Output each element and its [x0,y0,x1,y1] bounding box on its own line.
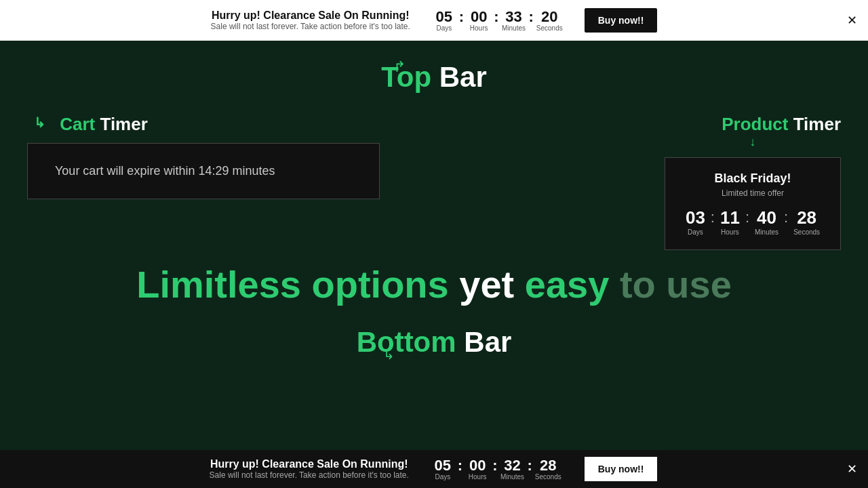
cart-timer-label-green: Cart [60,114,95,134]
slogan-muted: to use [609,263,731,306]
bottom-bar-text: Hurry up! Clearance Sale On Running! Sal… [210,458,409,480]
product-minutes-num: 40 [755,207,778,228]
bottom-bar-arrow-icon: ↳ [383,346,395,363]
top-bar-section-label: ↱ Top Bar [27,61,841,94]
product-sep3: : [784,209,788,226]
product-timer-label-green: Product [722,114,788,134]
slogan-green2: easy [525,263,610,306]
top-bar-seconds-label: Seconds [536,24,563,32]
product-seconds-unit: 28 Seconds [793,207,820,236]
main-content: ↱ Top Bar ↳ Cart Timer Your cart will ex… [0,41,868,450]
product-days-unit: 03 Days [686,207,705,236]
bottom-bar-section-label: ↳ Bottom Bar [27,326,841,359]
top-bar-text: Hurry up! Clearance Sale On Running! Sal… [211,9,410,31]
product-sep1: : [711,209,715,226]
top-bar-title: Hurry up! Clearance Sale On Running! [211,9,410,22]
slogan-green1: Limitless options [136,263,449,306]
bottom-bar-hours-num: 00 [465,458,490,473]
bottom-bar-minutes-num: 32 [500,458,524,473]
sep3: : [528,9,533,24]
b-sep2: : [492,458,497,473]
product-hours-num: 11 [720,207,740,228]
bottom-bar-days-label: Days [431,473,455,481]
product-timer-subtitle: Limited time offer [686,188,820,198]
product-seconds-label: Seconds [793,228,820,236]
top-bar-countdown: 05 Days : 00 Hours : 33 Minutes : 20 Sec… [432,9,563,32]
product-timer-label-white: Timer [788,114,841,134]
middle-section: ↳ Cart Timer Your cart will expire withi… [27,114,841,250]
bottom-bar-heading-green: Bottom [357,326,456,358]
top-bar-close-button[interactable]: ✕ [847,14,857,26]
bottom-announcement-bar: Hurry up! Clearance Sale On Running! Sal… [0,450,868,488]
top-bar-heading-white: Bar [431,61,487,93]
product-hours-unit: 11 Hours [720,207,740,236]
top-bar-days-label: Days [432,24,456,32]
product-minutes-label: Minutes [755,228,778,236]
top-bar-minutes-num: 33 [501,9,526,24]
sep2: : [494,9,498,24]
top-bar-hours-label: Hours [467,24,491,32]
top-bar-subtitle: Sale will not last forever. Take action … [211,22,410,31]
cart-timer-label: ↳ Cart Timer [27,114,380,135]
top-bar-seconds-unit: 20 Seconds [536,9,563,32]
top-bar-heading-green: Top [381,61,431,93]
cart-timer-arrow-icon: ↳ [34,115,45,130]
top-bar-seconds-num: 20 [536,9,563,24]
top-bar-hours-unit: 00 Hours [467,9,491,32]
product-days-label: Days [686,228,705,236]
b-sep3: : [527,458,532,473]
product-seconds-num: 28 [793,207,820,228]
slogan-white1: yet [449,263,525,306]
top-announcement-bar: Hurry up! Clearance Sale On Running! Sal… [0,0,868,41]
slogan-section: Limitless options yet easy to use [27,264,841,306]
product-timer-arrow-icon: ↓ [665,135,841,149]
sep1: : [459,9,464,24]
bottom-bar-minutes-label: Minutes [500,473,524,481]
top-bar-arrow-icon: ↱ [393,58,406,76]
product-timer-section: Product Timer ↓ Black Friday! Limited ti… [665,114,841,250]
top-bar-minutes-unit: 33 Minutes [501,9,526,32]
product-sep2: : [745,209,749,226]
top-bar-days-num: 05 [432,9,456,24]
bottom-bar-seconds-label: Seconds [535,473,561,481]
bottom-bar-section-heading: Bottom Bar [357,326,512,358]
cart-timer-label-white: Timer [95,114,148,134]
bottom-bar-hours-unit: 00 Hours [465,458,490,481]
bottom-bar-countdown: 05 Days : 00 Hours : 32 Minutes : 28 Sec… [431,458,561,481]
bottom-bar-seconds-num: 28 [535,458,561,473]
bottom-bar-heading-white: Bar [456,326,512,358]
product-timer-countdown: 03 Days : 11 Hours : 40 Minutes : [686,207,820,236]
cart-timer-message: Your cart will expire within 14:29 minut… [55,164,352,178]
b-sep1: : [458,458,462,473]
bottom-bar-subtitle: Sale will not last forever. Take action … [210,470,409,480]
top-bar-minutes-label: Minutes [501,24,526,32]
bottom-bar-minutes-unit: 32 Minutes [500,458,524,481]
top-bar-buy-button[interactable]: Buy now!! [585,8,658,33]
top-bar-hours-num: 00 [467,9,491,24]
bottom-bar-days-unit: 05 Days [431,458,455,481]
slogan-heading: Limitless options yet easy to use [27,264,841,306]
product-timer-label: Product Timer ↓ [665,114,841,149]
product-days-num: 03 [686,207,705,228]
bottom-bar-hours-label: Hours [465,473,490,481]
product-minutes-unit: 40 Minutes [755,207,778,236]
product-timer-heading: Black Friday! [686,171,820,186]
bottom-bar-buy-button[interactable]: Buy now!! [583,455,659,483]
bottom-bar-close-button[interactable]: ✕ [847,463,857,475]
bottom-bar-seconds-unit: 28 Seconds [535,458,561,481]
cart-timer-box: Your cart will expire within 14:29 minut… [27,143,380,199]
bottom-bar-days-num: 05 [431,458,455,473]
product-hours-label: Hours [720,228,740,236]
bottom-bar-title: Hurry up! Clearance Sale On Running! [210,458,409,470]
product-timer-box: Black Friday! Limited time offer 03 Days… [665,157,841,250]
top-bar-days-unit: 05 Days [432,9,456,32]
cart-timer-section: ↳ Cart Timer Your cart will expire withi… [27,114,380,199]
